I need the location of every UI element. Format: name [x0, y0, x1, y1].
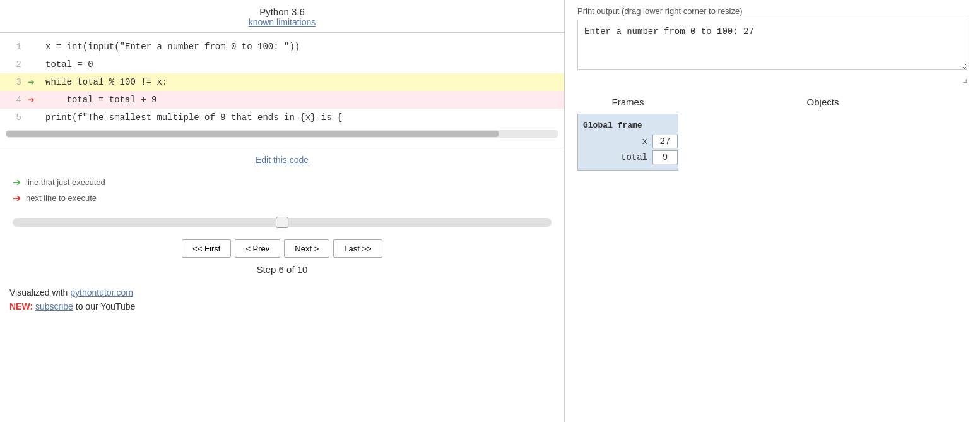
var-value-x: 27: [652, 135, 678, 148]
last-button[interactable]: Last >>: [333, 239, 382, 258]
known-limitations-link[interactable]: known limitations: [249, 17, 316, 27]
footer-visualized-line: Visualized with pythontutor.com: [9, 287, 555, 298]
first-button[interactable]: << First: [182, 239, 231, 258]
scrollbar-thumb[interactable]: [6, 131, 499, 137]
objects-header: Objects: [678, 97, 967, 107]
edit-this-code-link[interactable]: Edit this code: [256, 155, 309, 165]
legend-green: ➔ line that just executed: [13, 176, 552, 188]
code-line-4: 4 ➔ total = total + 9: [0, 91, 564, 109]
right-panel: Print output (drag lower right corner to…: [565, 0, 980, 422]
pythontutor-link[interactable]: pythontutor.com: [70, 287, 133, 298]
red-arrow-icon: ➔: [28, 93, 35, 107]
subscribe-text: to our YouTube: [76, 301, 135, 311]
legend-red: ➔ next line to execute: [13, 192, 552, 204]
slider-area[interactable]: [0, 212, 564, 233]
line-num-1: 1: [6, 42, 21, 52]
resize-indicator[interactable]: ⌟: [577, 73, 967, 84]
code-line-5: 5 print(f"The smallest multiple of 9 tha…: [0, 109, 564, 126]
prev-button[interactable]: < Prev: [235, 239, 280, 258]
new-label: NEW:: [9, 301, 33, 311]
line-num-5: 5: [6, 112, 21, 123]
python-version: Python 3.6: [0, 6, 564, 17]
footer-visualized-text: Visualized with: [9, 287, 68, 298]
frames-header: Frames: [577, 97, 678, 107]
code-text-1: x = int(input("Enter a number from 0 to …: [45, 42, 300, 52]
print-output-box: Enter a number from 0 to 100: 27: [577, 20, 967, 70]
frame-row-x: x 27: [578, 135, 678, 148]
var-value-total: 9: [652, 150, 678, 164]
line-num-4: 4: [6, 95, 21, 105]
line-num-2: 2: [6, 59, 21, 69]
code-text-4: total = total + 9: [45, 95, 156, 105]
python-header: Python 3.6 known limitations: [0, 6, 564, 27]
step-label: Step 6 of 10: [0, 264, 564, 281]
legend-red-label: next line to execute: [26, 193, 97, 203]
slider-track[interactable]: [13, 218, 552, 227]
code-text-5: print(f"The smallest multiple of 9 that …: [45, 112, 342, 123]
code-line-1: 1 x = int(input("Enter a number from 0 t…: [0, 38, 564, 56]
legend-green-label: line that just executed: [26, 178, 105, 187]
navigation-buttons: << First < Prev Next > Last >>: [0, 233, 564, 264]
subscribe-link[interactable]: subscribe: [35, 301, 73, 311]
code-line-3: 3 ➔ while total % 100 != x:: [0, 73, 564, 91]
line-arrow-3: ➔: [28, 75, 45, 89]
legend-area: ➔ line that just executed ➔ next line to…: [0, 172, 564, 212]
horizontal-scrollbar[interactable]: [6, 130, 558, 138]
print-output-label: Print output (drag lower right corner to…: [577, 6, 967, 16]
global-frame: Global frame x 27 total 9: [577, 114, 678, 171]
global-frame-title: Global frame: [578, 118, 678, 133]
var-name-total: total: [578, 152, 652, 162]
footer-new-line: NEW: subscribe to our YouTube: [9, 301, 555, 311]
frame-row-total: total 9: [578, 150, 678, 164]
edit-link-area: Edit this code: [0, 147, 564, 172]
footer-area: Visualized with pythontutor.com NEW: sub…: [0, 281, 564, 322]
code-text-2: total = 0: [45, 59, 93, 69]
line-arrow-4: ➔: [28, 93, 45, 107]
slider-thumb[interactable]: [276, 217, 288, 228]
green-arrow-icon: ➔: [28, 75, 35, 89]
code-text-3: while total % 100 != x:: [45, 77, 167, 87]
legend-red-arrow-icon: ➔: [13, 192, 21, 204]
legend-green-arrow-icon: ➔: [13, 176, 21, 188]
var-name-x: x: [578, 136, 652, 147]
frames-objects-header: Frames Objects: [577, 97, 967, 107]
line-num-3: 3: [6, 77, 21, 87]
next-button[interactable]: Next >: [284, 239, 329, 258]
code-line-2: 2 total = 0: [0, 56, 564, 73]
code-area: 1 x = int(input("Enter a number from 0 t…: [0, 32, 564, 147]
left-panel: Python 3.6 known limitations 1 x = int(i…: [0, 0, 565, 422]
